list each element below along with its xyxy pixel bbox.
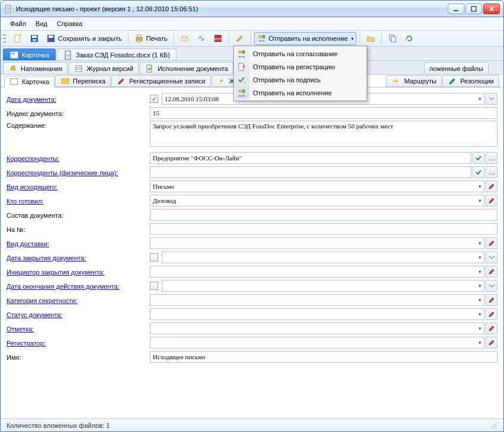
on-no-input[interactable] — [150, 223, 497, 235]
out-type-edit[interactable] — [486, 180, 497, 192]
itab-res-label: Резолюции — [460, 78, 494, 85]
status-combo[interactable] — [150, 308, 484, 320]
svg-rect-2 — [7, 8, 9, 9]
tab-exec-label: Исполнение документа — [158, 65, 228, 72]
prepared-combo[interactable]: Деловод — [150, 195, 484, 207]
toolbar-btn-folder[interactable] — [363, 32, 378, 45]
corr-browse[interactable]: … — [486, 152, 497, 164]
status-edit[interactable] — [486, 308, 497, 320]
svg-point-31 — [238, 50, 242, 54]
menu-help[interactable]: Справка — [57, 20, 82, 27]
toolbar-btn-a[interactable] — [177, 32, 192, 45]
corr-phys-input[interactable] — [150, 166, 471, 178]
close-init-edit[interactable] — [486, 266, 497, 278]
route-icon — [391, 76, 401, 86]
close-button[interactable] — [483, 4, 500, 14]
toolbar-btn-copy[interactable] — [385, 32, 400, 45]
doc-tab-attachment[interactable]: W Заказ СЭД Fossdoc.docx (1 КБ) — [57, 49, 176, 60]
toolbar-btn-sign[interactable] — [232, 32, 248, 45]
label-status[interactable]: Статус документа: — [7, 310, 150, 318]
maximize-button[interactable] — [466, 4, 482, 14]
toolbar-btn-refresh[interactable] — [402, 32, 417, 45]
send-exec-button[interactable]: Отправить на исполнение — [254, 32, 357, 45]
menu-file[interactable]: Файл — [10, 20, 26, 27]
delivery-combo[interactable] — [150, 237, 484, 249]
corr-phys-browse[interactable]: … — [486, 166, 497, 178]
resolution-icon — [448, 76, 457, 86]
tab-exec[interactable]: Исполнение документа — [140, 62, 233, 74]
card-icon — [9, 50, 19, 60]
pencil-icon — [488, 268, 495, 275]
delivery-edit[interactable] — [486, 237, 497, 249]
toolbar-btn-b[interactable] — [194, 32, 209, 45]
corr-accept[interactable] — [473, 152, 484, 164]
toolbar: Сохранить и закрыть Печать PDF Отправить… — [1, 30, 503, 47]
dm-register[interactable]: Отправить на регистрацию — [251, 60, 365, 73]
secrecy-edit[interactable] — [486, 294, 497, 306]
close-init-combo[interactable] — [150, 266, 484, 278]
minimize-button[interactable] — [448, 4, 464, 14]
label-corr-phys[interactable]: Корреспонденты (физические лица): — [7, 168, 150, 176]
label-registrar[interactable]: Регистратор: — [7, 338, 150, 347]
tab-versions[interactable]: Журнал версий — [69, 62, 139, 74]
label-doc-date[interactable]: Дата документа: — [7, 95, 150, 103]
label-end-date[interactable]: Дата окончания действия документа: — [7, 282, 150, 290]
end-date-dd[interactable] — [486, 280, 497, 292]
prepared-edit[interactable] — [486, 195, 497, 207]
label-close-init[interactable]: Инициатор закрытия документа: — [7, 267, 150, 276]
registrar-edit[interactable] — [486, 337, 497, 349]
doc-index-input[interactable] — [150, 107, 497, 119]
svg-rect-28 — [147, 65, 152, 72]
new-button[interactable] — [10, 32, 25, 45]
dm-sign[interactable]: Отправить на подпись — [251, 73, 365, 86]
itab-res[interactable]: Резолюции — [442, 75, 499, 87]
close-date-checkbox[interactable] — [150, 253, 158, 262]
tab-attached[interactable]: ложенные файлы — [424, 62, 489, 74]
close-date-dd[interactable] — [486, 252, 497, 263]
svg-rect-33 — [239, 63, 243, 70]
end-date-checkbox[interactable] — [150, 282, 158, 290]
toolbar-btn-pdf[interactable]: PDF — [210, 32, 226, 45]
itab-corr[interactable]: Переписка — [55, 75, 111, 87]
mark-combo[interactable] — [150, 323, 484, 334]
dm-agree[interactable]: Отправить на согласование — [251, 47, 365, 60]
save-close-button[interactable]: Сохранить и закрыть — [43, 32, 125, 45]
out-type-combo[interactable]: Письмо — [150, 180, 484, 192]
corr-phys-accept[interactable] — [473, 166, 484, 178]
end-date-combo[interactable] — [162, 280, 484, 292]
label-mark[interactable]: Отметка: — [7, 324, 150, 333]
registrar-combo[interactable] — [150, 337, 484, 349]
dm-sign-label: Отправить на подпись — [253, 76, 320, 83]
people-icon — [236, 49, 247, 59]
label-close-date[interactable]: Дата закрытия документа: — [7, 253, 150, 262]
doc-comp-input[interactable] — [150, 209, 497, 221]
doc-tab-card[interactable]: Карточка — [3, 49, 56, 60]
mark-edit[interactable] — [486, 323, 497, 334]
itab-reg[interactable]: Регистрационные записи — [111, 75, 211, 87]
label-corr[interactable]: Корреспонденты: — [7, 154, 150, 162]
pencil-icon — [488, 296, 495, 304]
secrecy-combo[interactable] — [150, 294, 484, 306]
label-secrecy[interactable]: Категория секретности: — [7, 296, 150, 304]
pencil-icon — [488, 240, 495, 247]
doc-date-checkbox[interactable] — [150, 95, 158, 103]
menu-view[interactable]: Вид — [36, 20, 47, 27]
content-textarea[interactable] — [150, 121, 497, 147]
dm-exec[interactable]: Отправить на исполнение — [251, 86, 365, 99]
corr-input[interactable] — [150, 152, 471, 164]
itab-card[interactable]: Карточка — [4, 76, 54, 88]
label-out-type[interactable]: Вид исходящего: — [7, 182, 150, 191]
print-button[interactable]: Печать — [131, 32, 171, 45]
name-input[interactable] — [150, 351, 497, 363]
label-delivery[interactable]: Вид доставки: — [7, 239, 150, 247]
itab-routes[interactable]: Маршруты — [386, 75, 442, 87]
pencil-icon — [235, 34, 245, 43]
label-prepared[interactable]: Кто готовил: — [7, 196, 150, 205]
doc-date-dropdown[interactable] — [486, 93, 497, 105]
card-icon — [9, 77, 19, 86]
close-date-combo[interactable] — [162, 252, 484, 263]
save-button[interactable] — [27, 32, 42, 45]
save-close-label: Сохранить и закрыть — [58, 35, 122, 42]
tab-reminders[interactable]: Напоминания — [3, 62, 68, 74]
status-text: Количество вложенных файлов: 1 — [7, 422, 110, 429]
